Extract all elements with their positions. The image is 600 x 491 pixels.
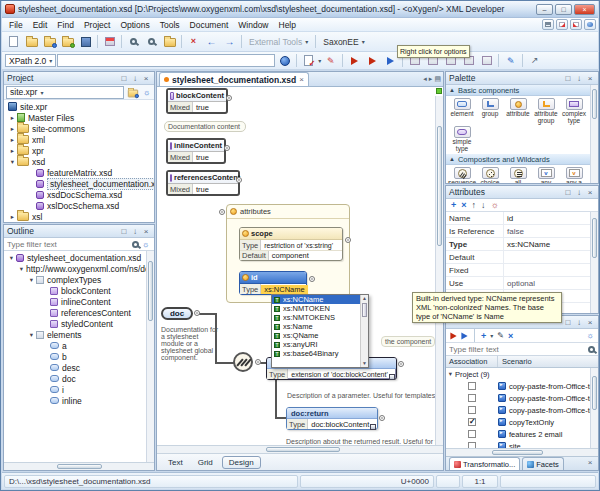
- panel-float-icon[interactable]: □: [563, 187, 573, 198]
- scenario-filter-input[interactable]: [449, 345, 586, 354]
- outline-vertical-scrollbar[interactable]: [146, 251, 154, 462]
- export-icon[interactable]: [556, 19, 568, 30]
- attribute-settings-icon[interactable]: ☼: [491, 200, 499, 210]
- outline-item-blockcontent[interactable]: blockContent: [4, 285, 154, 296]
- outline-item-schema[interactable]: ▾stylesheet_documentation.xsd: [4, 252, 154, 263]
- panel-float-icon[interactable]: □: [563, 317, 573, 328]
- apply-scenario-button[interactable]: [346, 53, 363, 69]
- move-up-button[interactable]: ↑: [472, 200, 477, 210]
- complextype-referencescontent-box[interactable]: referencesContent Mixedtrue: [166, 170, 240, 196]
- complextype-inlinecontent-box[interactable]: inlineContent Mixedtrue: [166, 138, 226, 164]
- outline-item-inline[interactable]: inline: [4, 395, 154, 406]
- connector-icon[interactable]: [255, 359, 261, 365]
- mode-tab-grid[interactable]: Grid: [192, 457, 219, 468]
- connector-icon[interactable]: [236, 177, 242, 183]
- format-indent-button[interactable]: ✎: [502, 53, 519, 69]
- project-selector[interactable]: site.xpr▾: [6, 86, 124, 99]
- tab-facets[interactable]: Facets: [522, 457, 564, 470]
- panel-close-icon[interactable]: ×: [585, 187, 595, 198]
- menu-tools[interactable]: Tools: [155, 20, 185, 30]
- palette-item-element[interactable]: element: [448, 98, 476, 124]
- palette-item-any[interactable]: vany: [532, 167, 560, 184]
- outline-item-complextypes[interactable]: ▾complexTypes: [4, 274, 154, 285]
- editor-tab[interactable]: stylesheet_documentation.xsd ×: [159, 72, 309, 86]
- debug-scenario-icon[interactable]: [461, 332, 467, 339]
- panel-close-icon[interactable]: ×: [585, 317, 595, 328]
- project-item-xml[interactable]: ▸xml: [4, 134, 154, 145]
- menu-file[interactable]: File: [4, 20, 28, 30]
- chevron-down-icon[interactable]: ▾: [490, 332, 493, 339]
- outline-item-b[interactable]: b: [4, 351, 154, 362]
- panel-float-icon[interactable]: □: [119, 73, 129, 84]
- maximize-button[interactable]: □: [555, 4, 572, 15]
- palette-item-choice[interactable]: choice: [476, 167, 504, 184]
- connector-icon[interactable]: [224, 145, 230, 151]
- search-icon[interactable]: [588, 346, 595, 353]
- forward-button[interactable]: →: [221, 34, 238, 50]
- project-item-xsldocschema[interactable]: xslDocSchema.xsd: [4, 200, 154, 211]
- menu-edit[interactable]: Edit: [28, 20, 53, 30]
- scenario-vertical-scrollbar[interactable]: [590, 368, 598, 448]
- find-in-files-button[interactable]: [161, 34, 178, 50]
- sequence-compositor-icon[interactable]: [233, 352, 253, 372]
- attribute-row-fixed[interactable]: Fixed: [446, 264, 598, 277]
- external-link-button[interactable]: ↗: [526, 53, 543, 69]
- panel-pin-icon[interactable]: ↓: [130, 226, 140, 237]
- palette-item-group[interactable]: group: [476, 98, 504, 124]
- panel-pin-icon[interactable]: ↓: [574, 187, 584, 198]
- canvas-vertical-scrollbar[interactable]: [435, 96, 443, 445]
- project-item-xsl[interactable]: ▸xsl: [4, 211, 154, 222]
- expand-handle-icon[interactable]: [389, 374, 395, 380]
- scenario-row-copytextonly[interactable]: copyTextOnly: [446, 416, 598, 428]
- palette-item-attribute[interactable]: attribute: [504, 98, 532, 124]
- connector-icon[interactable]: [379, 415, 385, 421]
- project-settings-icon[interactable]: ☼: [142, 87, 152, 98]
- type-option-selected[interactable]: Txs:NCName: [272, 295, 368, 304]
- tab-scroll-right-icon[interactable]: ▸: [429, 75, 433, 83]
- outline-item-doc[interactable]: doc: [4, 373, 154, 384]
- column-scenario[interactable]: Scenario: [498, 357, 532, 366]
- association-checkbox[interactable]: [468, 382, 476, 390]
- panel-close-icon[interactable]: ×: [141, 226, 151, 237]
- type-option[interactable]: Txs:base64Binary: [272, 349, 368, 358]
- mode-tab-text[interactable]: Text: [162, 457, 189, 468]
- project-item-master-files[interactable]: ▸Master Files: [4, 112, 154, 123]
- column-association[interactable]: Association: [446, 356, 498, 367]
- minimize-button[interactable]: –: [536, 4, 553, 15]
- menu-help[interactable]: Help: [274, 20, 301, 30]
- project-item-xpr[interactable]: ▸xpr: [4, 145, 154, 156]
- layout-icon[interactable]: [542, 19, 554, 30]
- attributes-vertical-scrollbar[interactable]: [590, 212, 598, 313]
- new-scenario-button[interactable]: +: [481, 331, 486, 341]
- element-doc-pill[interactable]: doc: [161, 307, 193, 320]
- project-item-xsddocschema[interactable]: xsdDocSchema.xsd: [4, 189, 154, 200]
- connector-icon[interactable]: [226, 95, 232, 101]
- attribute-row-isreference[interactable]: Is Referencefalse: [446, 225, 598, 238]
- chevron-down-icon[interactable]: ▾: [318, 57, 321, 64]
- xpath-input[interactable]: [57, 54, 275, 67]
- outline-filter-input[interactable]: [7, 240, 130, 249]
- project-item-site-commons[interactable]: ▸site-commons: [4, 123, 154, 134]
- check-well-formed-button[interactable]: ✎: [322, 53, 339, 69]
- type-option[interactable]: Txs:QName: [272, 331, 368, 340]
- attribute-row-type[interactable]: Typexs:NCName: [446, 238, 598, 251]
- scenario-row[interactable]: features 2 email: [446, 428, 598, 440]
- panel-close-icon[interactable]: ×: [585, 73, 595, 84]
- move-down-button[interactable]: ↓: [481, 200, 486, 210]
- open-recent-button[interactable]: [59, 34, 76, 50]
- run-scenario-icon[interactable]: [450, 332, 456, 339]
- project-item-stylesheet-documentation[interactable]: stylesheet_documentation.xsd: [4, 178, 154, 189]
- search-replace-button[interactable]: [143, 34, 160, 50]
- import-icon[interactable]: [570, 19, 582, 30]
- outline-item-a[interactable]: a: [4, 340, 154, 351]
- panel-pin-icon[interactable]: ↓: [574, 73, 584, 84]
- menu-window[interactable]: Window: [233, 20, 273, 30]
- connector-icon[interactable]: [309, 276, 315, 282]
- delete-attribute-button[interactable]: ×: [461, 200, 466, 210]
- scenario-group-project[interactable]: ▾Project (9): [446, 368, 598, 380]
- run-xpath-button[interactable]: [276, 53, 293, 69]
- connector-icon[interactable]: [345, 237, 351, 243]
- outline-horizontal-scrollbar[interactable]: [4, 462, 154, 470]
- tab-transformation[interactable]: Transformatio...: [449, 457, 520, 470]
- expand-handle-icon[interactable]: [370, 424, 376, 430]
